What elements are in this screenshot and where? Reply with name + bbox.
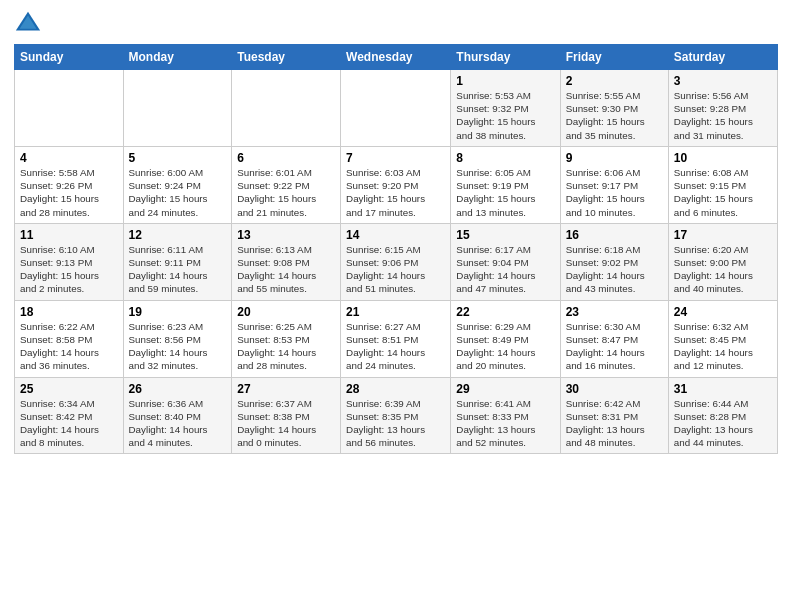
calendar-cell: 2Sunrise: 5:55 AM Sunset: 9:30 PM Daylig… — [560, 70, 668, 147]
calendar-cell: 14Sunrise: 6:15 AM Sunset: 9:06 PM Dayli… — [341, 223, 451, 300]
day-info: Sunrise: 6:36 AM Sunset: 8:40 PM Dayligh… — [129, 397, 227, 450]
day-info: Sunrise: 6:34 AM Sunset: 8:42 PM Dayligh… — [20, 397, 118, 450]
calendar-table: SundayMondayTuesdayWednesdayThursdayFrid… — [14, 44, 778, 454]
calendar-cell: 15Sunrise: 6:17 AM Sunset: 9:04 PM Dayli… — [451, 223, 560, 300]
day-info: Sunrise: 6:17 AM Sunset: 9:04 PM Dayligh… — [456, 243, 554, 296]
day-number: 27 — [237, 382, 335, 396]
day-info: Sunrise: 6:27 AM Sunset: 8:51 PM Dayligh… — [346, 320, 445, 373]
calendar-cell: 18Sunrise: 6:22 AM Sunset: 8:58 PM Dayli… — [15, 300, 124, 377]
day-info: Sunrise: 5:53 AM Sunset: 9:32 PM Dayligh… — [456, 89, 554, 142]
day-info: Sunrise: 6:20 AM Sunset: 9:00 PM Dayligh… — [674, 243, 772, 296]
day-info: Sunrise: 5:55 AM Sunset: 9:30 PM Dayligh… — [566, 89, 663, 142]
day-number: 6 — [237, 151, 335, 165]
calendar-cell: 20Sunrise: 6:25 AM Sunset: 8:53 PM Dayli… — [232, 300, 341, 377]
calendar-cell: 7Sunrise: 6:03 AM Sunset: 9:20 PM Daylig… — [341, 146, 451, 223]
day-info: Sunrise: 6:32 AM Sunset: 8:45 PM Dayligh… — [674, 320, 772, 373]
day-of-week-header: Friday — [560, 45, 668, 70]
day-info: Sunrise: 6:03 AM Sunset: 9:20 PM Dayligh… — [346, 166, 445, 219]
day-number: 19 — [129, 305, 227, 319]
day-number: 8 — [456, 151, 554, 165]
calendar-cell: 29Sunrise: 6:41 AM Sunset: 8:33 PM Dayli… — [451, 377, 560, 454]
calendar-cell: 5Sunrise: 6:00 AM Sunset: 9:24 PM Daylig… — [123, 146, 232, 223]
day-number: 29 — [456, 382, 554, 396]
day-number: 16 — [566, 228, 663, 242]
calendar-cell: 4Sunrise: 5:58 AM Sunset: 9:26 PM Daylig… — [15, 146, 124, 223]
day-of-week-header: Tuesday — [232, 45, 341, 70]
logo — [14, 10, 46, 38]
day-number: 31 — [674, 382, 772, 396]
calendar-cell: 1Sunrise: 5:53 AM Sunset: 9:32 PM Daylig… — [451, 70, 560, 147]
day-info: Sunrise: 5:58 AM Sunset: 9:26 PM Dayligh… — [20, 166, 118, 219]
calendar-cell — [341, 70, 451, 147]
day-number: 2 — [566, 74, 663, 88]
day-info: Sunrise: 5:56 AM Sunset: 9:28 PM Dayligh… — [674, 89, 772, 142]
day-of-week-header: Saturday — [668, 45, 777, 70]
day-info: Sunrise: 6:11 AM Sunset: 9:11 PM Dayligh… — [129, 243, 227, 296]
logo-icon — [14, 10, 42, 38]
calendar-cell: 23Sunrise: 6:30 AM Sunset: 8:47 PM Dayli… — [560, 300, 668, 377]
page-header — [14, 10, 778, 38]
calendar-cell: 19Sunrise: 6:23 AM Sunset: 8:56 PM Dayli… — [123, 300, 232, 377]
day-info: Sunrise: 6:23 AM Sunset: 8:56 PM Dayligh… — [129, 320, 227, 373]
day-info: Sunrise: 6:41 AM Sunset: 8:33 PM Dayligh… — [456, 397, 554, 450]
day-number: 24 — [674, 305, 772, 319]
day-info: Sunrise: 6:29 AM Sunset: 8:49 PM Dayligh… — [456, 320, 554, 373]
calendar-cell: 28Sunrise: 6:39 AM Sunset: 8:35 PM Dayli… — [341, 377, 451, 454]
calendar-cell: 6Sunrise: 6:01 AM Sunset: 9:22 PM Daylig… — [232, 146, 341, 223]
day-of-week-header: Wednesday — [341, 45, 451, 70]
calendar-cell: 22Sunrise: 6:29 AM Sunset: 8:49 PM Dayli… — [451, 300, 560, 377]
day-number: 25 — [20, 382, 118, 396]
day-number: 18 — [20, 305, 118, 319]
day-info: Sunrise: 6:22 AM Sunset: 8:58 PM Dayligh… — [20, 320, 118, 373]
day-info: Sunrise: 6:18 AM Sunset: 9:02 PM Dayligh… — [566, 243, 663, 296]
day-info: Sunrise: 6:37 AM Sunset: 8:38 PM Dayligh… — [237, 397, 335, 450]
calendar-week-row: 25Sunrise: 6:34 AM Sunset: 8:42 PM Dayli… — [15, 377, 778, 454]
calendar-cell: 17Sunrise: 6:20 AM Sunset: 9:00 PM Dayli… — [668, 223, 777, 300]
calendar-cell: 8Sunrise: 6:05 AM Sunset: 9:19 PM Daylig… — [451, 146, 560, 223]
day-info: Sunrise: 6:08 AM Sunset: 9:15 PM Dayligh… — [674, 166, 772, 219]
day-number: 26 — [129, 382, 227, 396]
calendar-cell: 3Sunrise: 5:56 AM Sunset: 9:28 PM Daylig… — [668, 70, 777, 147]
calendar-cell: 11Sunrise: 6:10 AM Sunset: 9:13 PM Dayli… — [15, 223, 124, 300]
calendar-week-row: 1Sunrise: 5:53 AM Sunset: 9:32 PM Daylig… — [15, 70, 778, 147]
calendar-cell: 30Sunrise: 6:42 AM Sunset: 8:31 PM Dayli… — [560, 377, 668, 454]
day-info: Sunrise: 6:25 AM Sunset: 8:53 PM Dayligh… — [237, 320, 335, 373]
day-info: Sunrise: 6:15 AM Sunset: 9:06 PM Dayligh… — [346, 243, 445, 296]
calendar-cell — [123, 70, 232, 147]
day-info: Sunrise: 6:00 AM Sunset: 9:24 PM Dayligh… — [129, 166, 227, 219]
day-number: 7 — [346, 151, 445, 165]
calendar-cell: 13Sunrise: 6:13 AM Sunset: 9:08 PM Dayli… — [232, 223, 341, 300]
day-info: Sunrise: 6:42 AM Sunset: 8:31 PM Dayligh… — [566, 397, 663, 450]
calendar-week-row: 11Sunrise: 6:10 AM Sunset: 9:13 PM Dayli… — [15, 223, 778, 300]
day-info: Sunrise: 6:39 AM Sunset: 8:35 PM Dayligh… — [346, 397, 445, 450]
calendar-cell: 31Sunrise: 6:44 AM Sunset: 8:28 PM Dayli… — [668, 377, 777, 454]
day-info: Sunrise: 6:30 AM Sunset: 8:47 PM Dayligh… — [566, 320, 663, 373]
day-number: 13 — [237, 228, 335, 242]
calendar-cell — [15, 70, 124, 147]
day-number: 12 — [129, 228, 227, 242]
day-number: 5 — [129, 151, 227, 165]
calendar-week-row: 18Sunrise: 6:22 AM Sunset: 8:58 PM Dayli… — [15, 300, 778, 377]
calendar-cell — [232, 70, 341, 147]
calendar-cell: 27Sunrise: 6:37 AM Sunset: 8:38 PM Dayli… — [232, 377, 341, 454]
day-number: 28 — [346, 382, 445, 396]
calendar-header-row: SundayMondayTuesdayWednesdayThursdayFrid… — [15, 45, 778, 70]
day-info: Sunrise: 6:01 AM Sunset: 9:22 PM Dayligh… — [237, 166, 335, 219]
day-info: Sunrise: 6:06 AM Sunset: 9:17 PM Dayligh… — [566, 166, 663, 219]
day-info: Sunrise: 6:05 AM Sunset: 9:19 PM Dayligh… — [456, 166, 554, 219]
calendar-week-row: 4Sunrise: 5:58 AM Sunset: 9:26 PM Daylig… — [15, 146, 778, 223]
day-number: 20 — [237, 305, 335, 319]
day-of-week-header: Monday — [123, 45, 232, 70]
day-number: 21 — [346, 305, 445, 319]
day-number: 3 — [674, 74, 772, 88]
calendar-cell: 12Sunrise: 6:11 AM Sunset: 9:11 PM Dayli… — [123, 223, 232, 300]
day-info: Sunrise: 6:13 AM Sunset: 9:08 PM Dayligh… — [237, 243, 335, 296]
calendar-cell: 9Sunrise: 6:06 AM Sunset: 9:17 PM Daylig… — [560, 146, 668, 223]
calendar-cell: 25Sunrise: 6:34 AM Sunset: 8:42 PM Dayli… — [15, 377, 124, 454]
day-of-week-header: Sunday — [15, 45, 124, 70]
day-number: 11 — [20, 228, 118, 242]
calendar-cell: 10Sunrise: 6:08 AM Sunset: 9:15 PM Dayli… — [668, 146, 777, 223]
calendar-cell: 24Sunrise: 6:32 AM Sunset: 8:45 PM Dayli… — [668, 300, 777, 377]
day-number: 4 — [20, 151, 118, 165]
day-number: 30 — [566, 382, 663, 396]
